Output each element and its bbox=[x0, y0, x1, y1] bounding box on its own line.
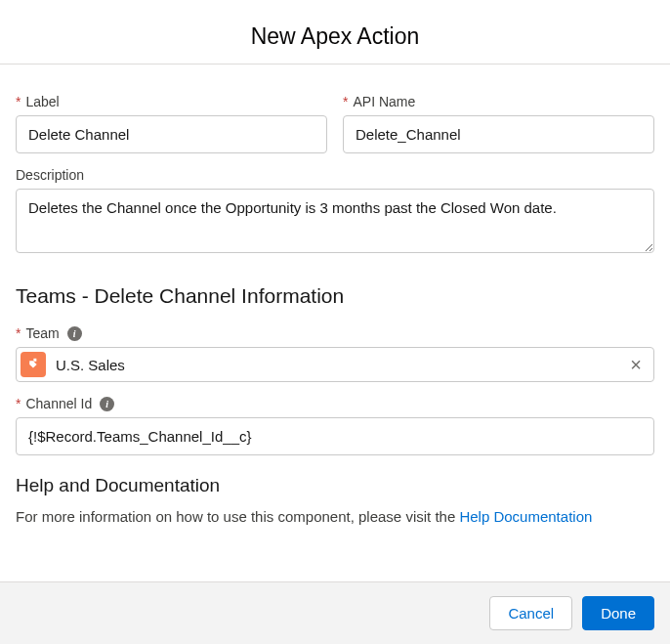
required-icon: * bbox=[343, 94, 348, 109]
info-icon[interactable]: i bbox=[100, 397, 114, 411]
modal-body: * Label * API Name Description Teams - D… bbox=[0, 64, 670, 581]
help-documentation-link[interactable]: Help Documentation bbox=[459, 508, 592, 525]
apiname-input[interactable] bbox=[343, 115, 654, 153]
new-apex-action-modal: New Apex Action * Label * API Name Desc bbox=[0, 0, 670, 644]
team-field-block: * Team i U.S. Sales × bbox=[16, 325, 654, 382]
modal-title: New Apex Action bbox=[10, 23, 660, 50]
help-text-prefix: For more information on how to use this … bbox=[16, 508, 459, 525]
description-field-block: Description bbox=[16, 167, 654, 257]
channelid-label-text: Channel Id bbox=[25, 396, 92, 411]
apiname-field-block: * API Name bbox=[343, 94, 654, 153]
team-value: U.S. Sales bbox=[56, 357, 616, 373]
svg-point-0 bbox=[30, 362, 32, 364]
label-input[interactable] bbox=[16, 115, 327, 153]
apiname-field-label: * API Name bbox=[343, 94, 654, 109]
description-textarea[interactable] bbox=[16, 189, 654, 253]
channelid-field-block: * Channel Id i bbox=[16, 396, 654, 455]
apiname-text: API Name bbox=[353, 94, 415, 109]
channelid-field-label: * Channel Id i bbox=[16, 396, 654, 411]
channelid-input[interactable] bbox=[16, 417, 654, 455]
team-lookup[interactable]: U.S. Sales × bbox=[16, 347, 654, 382]
required-icon: * bbox=[16, 325, 21, 341]
required-icon: * bbox=[16, 94, 21, 109]
close-icon[interactable]: × bbox=[626, 355, 646, 374]
form-row-top: * Label * API Name bbox=[16, 94, 654, 153]
help-text: For more information on how to use this … bbox=[16, 508, 654, 525]
modal-header: New Apex Action bbox=[0, 0, 670, 64]
done-button[interactable]: Done bbox=[582, 596, 654, 630]
description-field-label: Description bbox=[16, 167, 654, 183]
team-label-text: Team bbox=[25, 325, 59, 341]
label-text: Label bbox=[25, 94, 59, 109]
tag-icon bbox=[21, 352, 46, 377]
section-title: Teams - Delete Channel Information bbox=[16, 284, 654, 308]
label-field-label: * Label bbox=[16, 94, 327, 109]
info-icon[interactable]: i bbox=[67, 326, 82, 341]
label-field-block: * Label bbox=[16, 94, 327, 153]
help-title: Help and Documentation bbox=[16, 475, 654, 496]
modal-footer: Cancel Done bbox=[0, 581, 670, 644]
required-icon: * bbox=[16, 396, 21, 411]
team-field-label: * Team i bbox=[16, 325, 654, 341]
cancel-button[interactable]: Cancel bbox=[489, 596, 572, 630]
description-text: Description bbox=[16, 167, 84, 183]
